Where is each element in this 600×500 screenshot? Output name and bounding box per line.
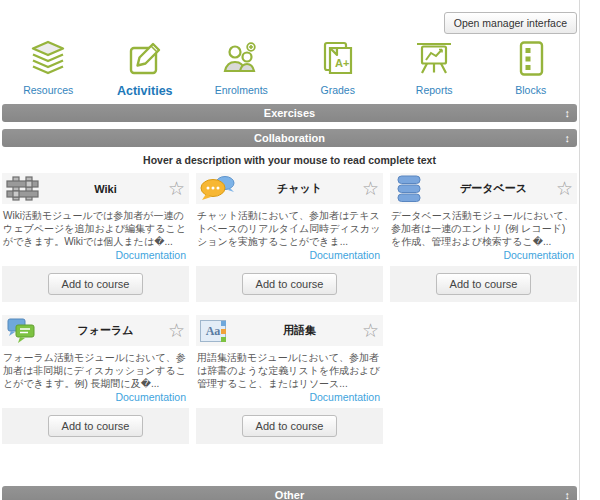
chat-icon	[200, 175, 242, 202]
card-header: データベース ☆	[390, 173, 577, 204]
section-label: Other	[275, 489, 304, 500]
open-manager-interface-button[interactable]: Open manager interface	[444, 12, 577, 34]
section-label: Exercises	[264, 107, 315, 119]
hover-hint-text: Hover a description with your mouse to r…	[0, 154, 579, 166]
card-header: Wiki ☆	[2, 173, 189, 204]
section-bar-exercises[interactable]: Exercises ↕	[2, 104, 577, 122]
forum-icon	[6, 317, 48, 345]
card-header: Aa 用語集 ☆	[196, 315, 383, 346]
pencil-square-icon	[126, 40, 164, 78]
tab-blocks[interactable]: Blocks	[483, 40, 580, 98]
add-to-course-button[interactable]: Add to course	[242, 273, 338, 295]
favourite-star-icon[interactable]: ☆	[163, 321, 185, 340]
add-to-course-button[interactable]: Add to course	[48, 415, 144, 437]
grade-paper-icon: A+	[319, 40, 357, 78]
wiki-icon	[6, 176, 48, 201]
section-bar-other[interactable]: Other ↕	[2, 486, 577, 500]
tab-label: Activities	[97, 84, 194, 98]
collapse-icon[interactable]: ↕	[565, 129, 571, 147]
add-to-course-button[interactable]: Add to course	[242, 415, 338, 437]
documentation-link[interactable]: Documentation	[115, 249, 186, 261]
documentation-link[interactable]: Documentation	[309, 249, 380, 261]
card-button-row: Add to course	[2, 266, 189, 302]
card-description[interactable]: 用語集活動モジュールにおいて、参加者は辞書のような定義リストを作成および管理する…	[196, 346, 383, 391]
card-title: データベース	[436, 181, 551, 196]
card-title: フォーラム	[48, 323, 163, 338]
section-label: Collaboration	[254, 132, 325, 144]
favourite-star-icon[interactable]: ☆	[551, 179, 573, 198]
card-description[interactable]: Wiki活動モジュールでは参加者が一連のウェブページを追加および編集することがで…	[2, 204, 189, 249]
favourite-star-icon[interactable]: ☆	[163, 179, 185, 198]
glossary-icon: Aa	[200, 320, 242, 342]
block-list-icon	[512, 40, 550, 78]
card-button-row: Add to course	[390, 266, 577, 302]
layers-icon	[29, 40, 67, 78]
tab-bar: Resources Activities	[0, 38, 579, 104]
section-bar-collaboration[interactable]: Collaboration ↕	[2, 129, 577, 147]
card-description[interactable]: フォーラム活動モジュールにおいて、参加者は非同期にディスカッションすることができ…	[2, 346, 189, 391]
card-title: チャット	[242, 181, 357, 196]
activity-card-glossary: Aa 用語集 ☆ 用語集活動モジュールにおいて、参加者は辞書のような定義リストを…	[196, 315, 383, 444]
activity-card-database: データベース ☆ データベース活動モジュールにおいて、参加者は一連のエントリ (…	[390, 173, 577, 302]
card-description[interactable]: チャット活動において、参加者はテキストベースのリアルタイム同時ディスカッションを…	[196, 204, 383, 249]
top-bar: Open manager interface	[0, 0, 579, 38]
card-header: フォーラム ☆	[2, 315, 189, 346]
activity-card-wiki: Wiki ☆ Wiki活動モジュールでは参加者が一連のウェブページを追加および編…	[2, 173, 189, 302]
favourite-star-icon[interactable]: ☆	[357, 179, 379, 198]
card-header: チャット ☆	[196, 173, 383, 204]
activity-card-forum: フォーラム ☆ フォーラム活動モジュールにおいて、参加者は非同期にディスカッショ…	[2, 315, 189, 444]
tab-resources[interactable]: Resources	[0, 40, 97, 98]
people-plus-icon	[222, 40, 260, 78]
svg-text:A+: A+	[335, 57, 349, 69]
card-button-row: Add to course	[196, 266, 383, 302]
tab-activities[interactable]: Activities	[97, 40, 194, 98]
card-description[interactable]: データベース活動モジュールにおいて、参加者は一連のエントリ (例 レコード) を…	[390, 204, 577, 249]
tab-label: Enrolments	[193, 84, 290, 96]
card-button-row: Add to course	[2, 408, 189, 444]
card-title: Wiki	[48, 183, 163, 195]
activity-card-chat: チャット ☆ チャット活動において、参加者はテキストベースのリアルタイム同時ディ…	[196, 173, 383, 302]
add-to-course-button[interactable]: Add to course	[48, 273, 144, 295]
favourite-star-icon[interactable]: ☆	[357, 321, 379, 340]
collapse-icon[interactable]: ↕	[565, 486, 571, 500]
tab-label: Reports	[386, 84, 483, 96]
documentation-link[interactable]: Documentation	[115, 391, 186, 403]
add-to-course-button[interactable]: Add to course	[436, 273, 532, 295]
documentation-link[interactable]: Documentation	[503, 249, 574, 261]
tab-grades[interactable]: A+ Grades	[290, 40, 387, 98]
documentation-link[interactable]: Documentation	[309, 391, 380, 403]
tab-label: Blocks	[483, 84, 580, 96]
tab-label: Grades	[290, 84, 387, 96]
card-title: 用語集	[242, 323, 357, 338]
chart-board-icon	[415, 40, 453, 78]
collapse-icon[interactable]: ↕	[565, 104, 571, 122]
database-icon	[394, 175, 436, 203]
tab-reports[interactable]: Reports	[386, 40, 483, 98]
tab-label: Resources	[0, 84, 97, 96]
activity-chooser-page: Open manager interface Resources	[0, 0, 580, 500]
card-button-row: Add to course	[196, 408, 383, 444]
tab-enrolments[interactable]: Enrolments	[193, 40, 290, 98]
activity-card-grid: Wiki ☆ Wiki活動モジュールでは参加者が一連のウェブページを追加および編…	[2, 173, 577, 444]
